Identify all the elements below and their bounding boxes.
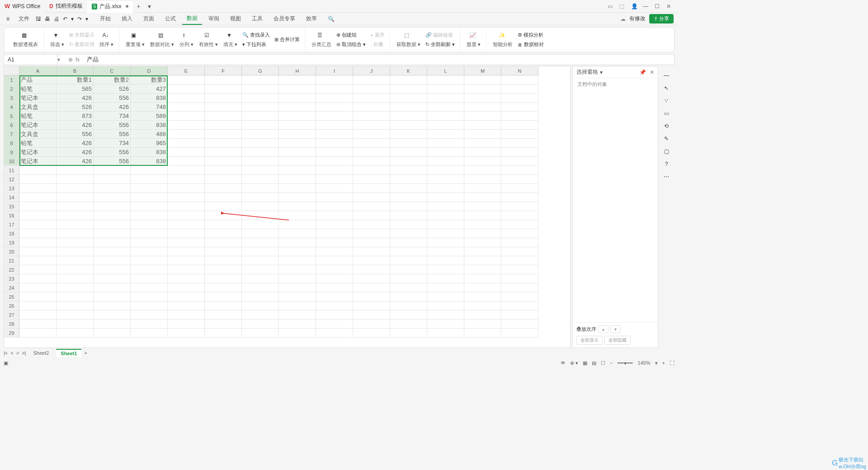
formula-input[interactable]: 产品 (83, 56, 674, 64)
cell[interactable] (168, 256, 205, 265)
row-header[interactable]: 16 (4, 211, 19, 220)
cell[interactable] (316, 283, 353, 292)
row-header[interactable]: 9 (4, 148, 19, 157)
cell[interactable] (94, 283, 131, 292)
cell[interactable]: 数量1 (57, 75, 94, 85)
audit-button[interactable]: 🗎数据校对 (515, 40, 546, 49)
cell[interactable] (390, 292, 427, 301)
cell[interactable] (353, 256, 390, 265)
cell[interactable] (279, 148, 316, 157)
cell[interactable] (390, 202, 427, 211)
cell[interactable] (501, 94, 538, 103)
cell[interactable] (316, 329, 353, 338)
cell[interactable] (279, 274, 316, 283)
cell[interactable] (205, 75, 242, 85)
cell[interactable] (427, 157, 464, 166)
cell[interactable] (19, 301, 57, 310)
share-button[interactable]: ⇪ 分享 (649, 14, 674, 24)
cell[interactable] (353, 247, 390, 256)
cube-icon[interactable]: ⬚ (619, 3, 626, 9)
cell[interactable] (501, 238, 538, 247)
cell[interactable] (57, 220, 94, 229)
cell[interactable] (316, 148, 353, 157)
view-page-icon[interactable]: ▤ (592, 360, 596, 366)
menu-member[interactable]: 会员专享 (269, 13, 300, 24)
cell[interactable] (390, 175, 427, 184)
cell[interactable] (316, 112, 353, 121)
cell[interactable] (242, 103, 279, 112)
row-header[interactable]: 25 (4, 292, 19, 301)
cell[interactable] (390, 85, 427, 94)
cell[interactable]: 589 (131, 112, 168, 121)
cell[interactable] (501, 121, 538, 130)
cell[interactable] (390, 220, 427, 229)
cell[interactable] (279, 229, 316, 238)
more-icon[interactable]: ⋯ (664, 174, 669, 180)
collapse-button[interactable]: -折叠 (368, 40, 387, 49)
getdata-button[interactable]: ⬚获取数据 ▾ (394, 31, 423, 49)
cell[interactable] (464, 121, 501, 130)
cell[interactable] (464, 283, 501, 292)
row-header[interactable]: 10 (4, 157, 19, 166)
cell[interactable]: 426 (57, 121, 94, 130)
redo-dd-icon[interactable]: ▾ (85, 16, 88, 22)
row-header[interactable]: 4 (4, 103, 19, 112)
cell[interactable] (242, 175, 279, 184)
cell[interactable] (279, 202, 316, 211)
row-header[interactable]: 20 (4, 247, 19, 256)
cell[interactable] (427, 175, 464, 184)
cell[interactable] (464, 292, 501, 301)
hide-all-chip[interactable]: 全部隐藏 (604, 336, 631, 345)
cell[interactable] (427, 329, 464, 338)
cell[interactable] (19, 238, 57, 247)
cell[interactable] (353, 292, 390, 301)
col-header[interactable]: E (168, 66, 205, 75)
cell[interactable] (390, 238, 427, 247)
help-icon[interactable]: ? (665, 161, 668, 167)
group-button[interactable]: ⊕创建组 (334, 31, 368, 39)
cell[interactable] (427, 238, 464, 247)
cell[interactable] (19, 175, 57, 184)
cell[interactable] (353, 121, 390, 130)
cell[interactable] (168, 112, 205, 121)
cell[interactable] (501, 256, 538, 265)
cell[interactable] (19, 283, 57, 292)
cell[interactable] (205, 112, 242, 121)
cell[interactable]: 铅笔 (19, 85, 57, 94)
cell[interactable] (131, 265, 168, 274)
cell[interactable] (205, 229, 242, 238)
cell[interactable] (279, 310, 316, 320)
zoom-dd-icon[interactable]: ▾ (655, 360, 658, 366)
cell[interactable] (464, 166, 501, 175)
cell[interactable] (316, 75, 353, 85)
cell[interactable] (242, 265, 279, 274)
cell[interactable] (464, 193, 501, 202)
cell[interactable] (168, 121, 205, 130)
cell[interactable] (57, 310, 94, 320)
cell[interactable] (353, 112, 390, 121)
cell[interactable] (94, 202, 131, 211)
cell[interactable] (427, 85, 464, 94)
cell[interactable] (427, 112, 464, 121)
cell[interactable] (427, 148, 464, 157)
zoom-in-icon[interactable]: + (662, 360, 665, 366)
cell[interactable] (94, 310, 131, 320)
cell[interactable] (501, 229, 538, 238)
cell[interactable] (19, 229, 57, 238)
cell[interactable] (168, 211, 205, 220)
pin-icon[interactable]: 📌 (639, 69, 646, 75)
cell[interactable] (57, 202, 94, 211)
reapply-button[interactable]: ↻重新应用 (67, 40, 97, 49)
cell[interactable] (205, 274, 242, 283)
cell[interactable] (427, 320, 464, 329)
row-header[interactable]: 29 (4, 329, 19, 338)
cell[interactable] (353, 193, 390, 202)
close-button[interactable]: ✕ (666, 3, 673, 9)
cell[interactable]: 铅笔 (19, 139, 57, 148)
cell[interactable] (242, 292, 279, 301)
cell[interactable] (390, 184, 427, 193)
cell[interactable] (205, 130, 242, 139)
cell[interactable]: 556 (94, 130, 131, 139)
view-normal-icon[interactable]: ▦ (583, 360, 587, 366)
cell[interactable] (353, 310, 390, 320)
